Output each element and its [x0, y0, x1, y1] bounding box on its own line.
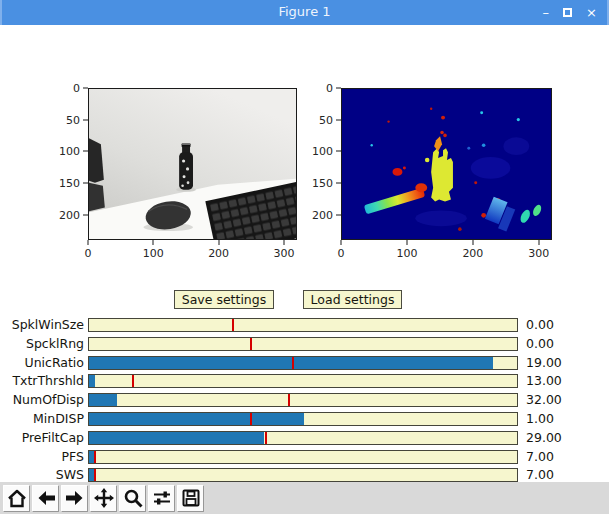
- slider-fill: [89, 432, 264, 444]
- right-plot-x-axis: 0100200300: [341, 240, 552, 260]
- slider-value: 13.00: [526, 374, 562, 388]
- zoom-button[interactable]: [119, 485, 146, 512]
- slider-value: 7.00: [526, 468, 554, 482]
- tick-label: 150: [59, 177, 88, 190]
- slider-label: SpklWinSze: [0, 318, 84, 332]
- left-plot-x-axis: 0100200300: [88, 240, 297, 260]
- camera-image-plot[interactable]: [88, 88, 297, 240]
- pan-arrows-icon: [93, 487, 115, 509]
- slider-track-PreFiltCap[interactable]: [88, 431, 518, 445]
- tick-label: 0: [338, 240, 345, 260]
- slider-fill: [89, 394, 117, 406]
- load-settings-button[interactable]: Load settings: [303, 290, 402, 309]
- slider-track-SpklWinSze[interactable]: [88, 318, 518, 332]
- slider-value: 19.00: [526, 356, 562, 370]
- tick-label: 200: [312, 208, 341, 221]
- slider-init-marker: [250, 413, 252, 425]
- slider-init-marker: [94, 469, 96, 481]
- home-icon: [6, 487, 28, 509]
- slider-init-marker: [232, 319, 234, 331]
- slider-row-SpcklRng: SpcklRng0.00: [0, 337, 609, 351]
- tick-label: 100: [59, 145, 88, 158]
- slider-label: SpcklRng: [0, 337, 84, 351]
- tick-label: 300: [528, 240, 549, 260]
- slider-track-MinDISP[interactable]: [88, 412, 518, 426]
- slider-init-marker: [94, 451, 96, 463]
- disparity-map-plot[interactable]: [341, 88, 552, 240]
- slider-value: 1.00: [526, 412, 554, 426]
- home-button[interactable]: [3, 485, 30, 512]
- slider-row-SWS: SWS7.00: [0, 468, 609, 482]
- save-settings-button[interactable]: Save settings: [174, 290, 274, 309]
- back-button[interactable]: [32, 485, 59, 512]
- left-plot-y-axis: 050100150200: [28, 88, 88, 240]
- slider-track-PFS[interactable]: [88, 450, 518, 464]
- sliders-icon: [151, 487, 173, 509]
- slider-label: SWS: [0, 468, 84, 482]
- window-controls: – ×: [543, 0, 597, 25]
- floppy-disk-icon: [180, 487, 202, 509]
- slider-label: UnicRatio: [0, 356, 84, 370]
- save-figure-button[interactable]: [177, 485, 204, 512]
- slider-track-TxtrThrshld[interactable]: [88, 374, 518, 388]
- navigation-toolbar: [0, 482, 609, 514]
- figure-window: Figure 1 – ×: [0, 0, 609, 514]
- slider-track-SpcklRng[interactable]: [88, 337, 518, 351]
- slider-row-UnicRatio: UnicRatio19.00: [0, 356, 609, 370]
- slider-track-SWS[interactable]: [88, 468, 518, 482]
- slider-init-marker: [292, 357, 294, 369]
- slider-value: 7.00: [526, 450, 554, 464]
- slider-track-NumOfDisp[interactable]: [88, 393, 518, 407]
- tick-label: 50: [66, 113, 88, 126]
- tick-label: 100: [396, 240, 417, 260]
- slider-init-marker: [132, 375, 134, 387]
- tick-label: 50: [319, 113, 341, 126]
- slider-fill: [89, 413, 304, 425]
- tick-label: 300: [273, 240, 294, 260]
- tick-label: 150: [312, 177, 341, 190]
- back-arrow-icon: [35, 487, 57, 509]
- slider-row-MinDISP: MinDISP1.00: [0, 412, 609, 426]
- tick-label: 200: [59, 208, 88, 221]
- pan-button[interactable]: [90, 485, 117, 512]
- camera-image: [89, 89, 296, 239]
- forward-arrow-icon: [64, 487, 86, 509]
- right-plot-y-axis: 050100150200: [281, 88, 341, 240]
- slider-value: 0.00: [526, 318, 554, 332]
- tick-label: 200: [208, 240, 229, 260]
- tick-label: 0: [85, 240, 92, 260]
- tick-label: 200: [462, 240, 483, 260]
- slider-row-PFS: PFS7.00: [0, 450, 609, 464]
- slider-row-SpklWinSze: SpklWinSze0.00: [0, 318, 609, 332]
- slider-label: PFS: [0, 450, 84, 464]
- slider-value: 0.00: [526, 337, 554, 351]
- tick-label: 0: [326, 82, 341, 95]
- slider-label: PreFiltCap: [0, 431, 84, 445]
- magnifier-icon: [122, 487, 144, 509]
- slider-label: MinDISP: [0, 412, 84, 426]
- slider-track-UnicRatio[interactable]: [88, 356, 518, 370]
- slider-init-marker: [250, 338, 252, 350]
- slider-value: 32.00: [526, 393, 562, 407]
- slider-row-NumOfDisp: NumOfDisp32.00: [0, 393, 609, 407]
- slider-label: TxtrThrshld: [0, 374, 84, 388]
- slider-value: 29.00: [526, 431, 562, 445]
- tick-label: 0: [73, 82, 88, 95]
- disparity-image: [342, 89, 551, 239]
- tick-label: 100: [143, 240, 164, 260]
- tick-label: 100: [312, 145, 341, 158]
- slider-init-marker: [265, 432, 267, 444]
- maximize-button[interactable]: [563, 8, 572, 17]
- slider-label: NumOfDisp: [0, 393, 84, 407]
- window-title: Figure 1: [2, 4, 607, 19]
- configure-subplots-button[interactable]: [148, 485, 175, 512]
- slider-fill: [89, 375, 95, 387]
- slider-init-marker: [288, 394, 290, 406]
- minimize-button[interactable]: –: [543, 0, 550, 25]
- forward-button[interactable]: [61, 485, 88, 512]
- slider-row-PreFiltCap: PreFiltCap29.00: [0, 431, 609, 445]
- titlebar[interactable]: Figure 1 – ×: [0, 0, 609, 25]
- slider-row-TxtrThrshld: TxtrThrshld13.00: [0, 374, 609, 388]
- close-button[interactable]: ×: [586, 0, 597, 25]
